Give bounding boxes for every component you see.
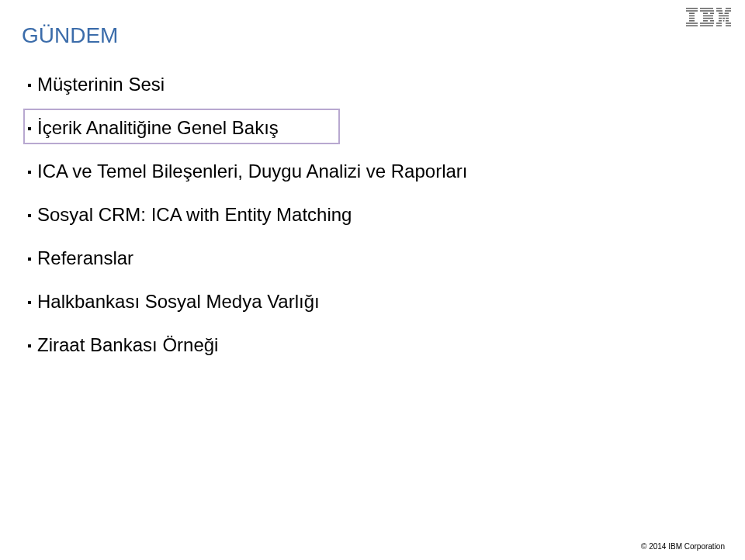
ibm-logo-icon bbox=[686, 8, 731, 26]
svg-rect-4 bbox=[689, 18, 695, 19]
svg-rect-15 bbox=[710, 20, 714, 22]
svg-rect-34 bbox=[726, 25, 731, 26]
svg-rect-22 bbox=[719, 12, 723, 14]
svg-rect-8 bbox=[700, 8, 713, 9]
svg-rect-2 bbox=[689, 12, 695, 14]
svg-rect-26 bbox=[722, 18, 725, 19]
svg-rect-23 bbox=[725, 12, 729, 14]
svg-rect-7 bbox=[686, 25, 698, 26]
svg-rect-28 bbox=[719, 20, 722, 22]
svg-rect-16 bbox=[700, 22, 714, 24]
svg-rect-20 bbox=[716, 10, 722, 12]
svg-rect-6 bbox=[686, 22, 698, 24]
svg-rect-25 bbox=[719, 18, 722, 19]
svg-rect-18 bbox=[716, 8, 722, 9]
svg-rect-19 bbox=[726, 8, 731, 9]
list-item: ICA ve Temel Bileşenleri, Duygu Analizi … bbox=[28, 161, 467, 182]
svg-rect-12 bbox=[703, 16, 713, 17]
svg-rect-30 bbox=[726, 20, 729, 22]
list-item: Ziraat Bankası Örneği bbox=[28, 334, 467, 356]
agenda-list: Müşterinin Sesi İçerik Analitiğine Genel… bbox=[28, 74, 467, 378]
svg-rect-1 bbox=[686, 10, 698, 12]
svg-rect-13 bbox=[703, 18, 713, 19]
svg-rect-11 bbox=[710, 12, 714, 14]
ibm-logo bbox=[686, 8, 731, 29]
svg-rect-21 bbox=[725, 10, 731, 12]
svg-rect-10 bbox=[703, 12, 708, 14]
svg-rect-17 bbox=[700, 25, 713, 26]
list-item: İçerik Analitiğine Genel Bakış bbox=[28, 117, 467, 139]
svg-rect-32 bbox=[726, 22, 731, 24]
list-item: Halkbankası Sosyal Medya Varlığı bbox=[28, 291, 467, 313]
svg-rect-31 bbox=[716, 22, 722, 24]
list-item: Sosyal CRM: ICA with Entity Matching bbox=[28, 204, 467, 226]
svg-rect-24 bbox=[719, 16, 729, 17]
svg-rect-3 bbox=[689, 16, 695, 17]
svg-rect-33 bbox=[716, 25, 722, 26]
page-title: GÜNDEM bbox=[22, 23, 118, 48]
footer-copyright: © 2014 IBM Corporation bbox=[641, 542, 725, 551]
svg-rect-29 bbox=[723, 20, 725, 22]
list-item: Referanslar bbox=[28, 247, 467, 269]
svg-rect-14 bbox=[703, 20, 708, 22]
svg-rect-27 bbox=[726, 18, 729, 19]
svg-rect-0 bbox=[686, 8, 698, 9]
svg-rect-5 bbox=[689, 20, 695, 22]
svg-rect-9 bbox=[700, 10, 714, 12]
list-item: Müşterinin Sesi bbox=[28, 74, 467, 95]
